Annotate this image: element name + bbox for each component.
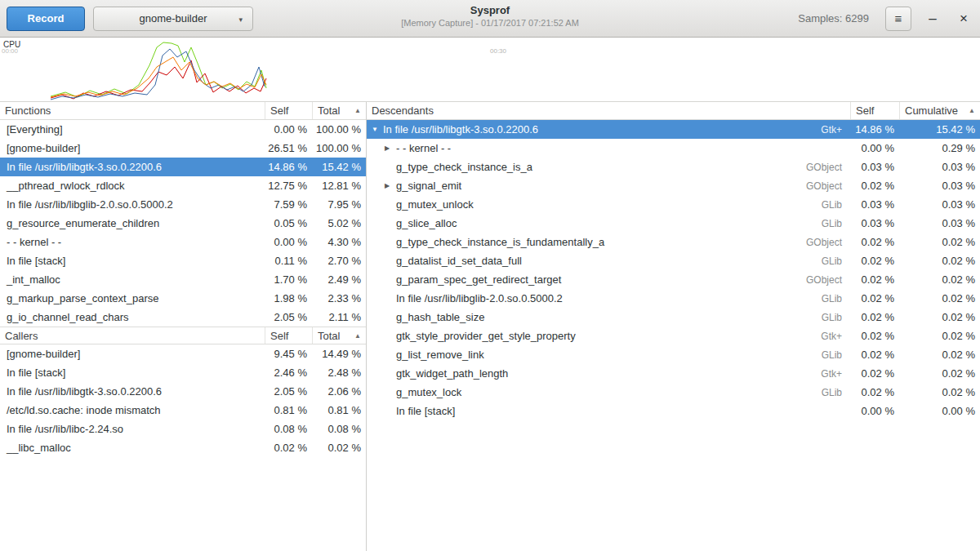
total-percent: 0.02 % — [899, 349, 980, 361]
minimize-button[interactable]: – — [923, 9, 942, 29]
table-row[interactable]: /etc/ld.so.cache: inode mismatch0.81 %0.… — [0, 401, 366, 420]
table-row[interactable]: - - kernel - -0.00 %4.30 % — [0, 233, 366, 251]
table-row[interactable]: g_type_check_instance_is_aGObject0.03 %0… — [367, 158, 980, 176]
table-row[interactable]: g_type_check_instance_is_fundamentally_a… — [367, 233, 980, 251]
self-percent: 0.02 % — [265, 442, 312, 454]
self-percent: 12.75 % — [265, 180, 312, 192]
table-row[interactable]: g_mutex_lockGLib0.02 %0.02 % — [367, 383, 980, 402]
row-label: __pthread_rwlock_rdlock — [7, 180, 125, 192]
total-column-header[interactable]: Total ▲ — [312, 102, 366, 119]
self-column-header[interactable]: Self — [265, 102, 312, 119]
table-row[interactable]: [Everything]0.00 %100.00 % — [0, 120, 366, 139]
row-label: g_io_channel_read_chars — [7, 311, 129, 323]
table-row[interactable]: ▶- - kernel - -0.00 %0.29 % — [367, 139, 980, 158]
table-row[interactable]: __pthread_rwlock_rdlock12.75 %12.81 % — [0, 176, 366, 195]
total-percent: 100.00 % — [312, 123, 366, 136]
row-name-cell: [Everything] — [0, 123, 265, 136]
functions-rows: [Everything]0.00 %100.00 %[gnome-builder… — [0, 120, 366, 327]
row-label: g_datalist_id_set_data_full — [396, 255, 522, 267]
row-name-cell: In file [stack] — [0, 367, 265, 379]
total-percent: 2.06 % — [312, 385, 366, 398]
table-row[interactable]: ▼In file /usr/lib/libgtk-3.so.0.2200.6Gt… — [367, 120, 980, 139]
self-column-header[interactable]: Self — [265, 327, 312, 344]
table-row[interactable]: In file /usr/lib/libglib-2.0.so.0.5000.2… — [367, 289, 980, 308]
table-row[interactable]: gtk_widget_path_lengthGtk+0.02 %0.02 % — [367, 364, 980, 383]
menu-button[interactable]: ≡ — [885, 7, 911, 31]
table-row[interactable]: [gnome-builder]9.45 %14.49 % — [0, 344, 366, 363]
library-badge: GObject — [806, 274, 850, 286]
process-selector-dropdown[interactable]: gnome-builder ▾ — [93, 7, 253, 31]
total-percent: 0.29 % — [899, 142, 980, 154]
row-name-cell: g_type_check_instance_is_aGObject — [367, 161, 850, 173]
self-column-header[interactable]: Self — [850, 102, 899, 119]
table-row[interactable]: g_slice_allocGLib0.03 %0.03 % — [367, 214, 980, 233]
table-row[interactable]: __libc_malloc0.02 %0.02 % — [0, 438, 366, 457]
total-percent: 0.02 % — [899, 367, 980, 380]
self-percent: 0.03 % — [850, 161, 899, 173]
total-percent: 0.08 % — [312, 423, 366, 435]
library-badge: Gtk+ — [821, 368, 850, 380]
row-label: In file [stack] — [396, 405, 455, 417]
total-percent: 15.42 % — [312, 161, 366, 173]
table-row[interactable]: In file [stack]0.11 %2.70 % — [0, 251, 366, 270]
total-percent: 2.70 % — [312, 255, 366, 267]
row-label: In file /usr/lib/libglib-2.0.so.0.5000.2 — [396, 292, 563, 304]
library-badge: GLib — [822, 218, 850, 229]
table-row[interactable]: In file /usr/lib/libgtk-3.so.0.2200.614.… — [0, 158, 366, 176]
self-percent: 2.05 % — [265, 385, 312, 398]
table-row[interactable]: g_param_spec_get_redirect_targetGObject0… — [367, 270, 980, 289]
record-button[interactable]: Record — [7, 7, 85, 31]
table-row[interactable]: In file /usr/lib/libglib-2.0.so.0.5000.2… — [0, 195, 366, 214]
row-name-cell: __libc_malloc — [0, 442, 265, 454]
table-row[interactable]: In file /usr/lib/libgtk-3.so.0.2200.62.0… — [0, 382, 366, 401]
table-row[interactable]: g_resource_enumerate_children0.05 %5.02 … — [0, 214, 366, 233]
total-column-header[interactable]: Total ▲ — [312, 327, 366, 344]
table-row[interactable]: g_hash_table_sizeGLib0.02 %0.02 % — [367, 308, 980, 327]
row-label: g_markup_parse_context_parse — [7, 292, 158, 304]
total-percent: 0.02 % — [899, 292, 980, 304]
row-label: __libc_malloc — [7, 442, 71, 454]
table-row[interactable]: g_io_channel_read_chars2.05 %2.11 % — [0, 308, 366, 327]
table-row[interactable]: gtk_style_provider_get_style_propertyGtk… — [367, 327, 980, 345]
total-percent: 0.02 % — [899, 236, 980, 248]
table-row[interactable]: g_mutex_unlockGLib0.03 %0.03 % — [367, 195, 980, 214]
callers-column-header[interactable]: Callers — [0, 327, 265, 344]
table-row[interactable]: g_datalist_id_set_data_fullGLib0.02 %0.0… — [367, 251, 980, 270]
table-row[interactable]: g_markup_parse_context_parse1.98 %2.33 % — [0, 289, 366, 308]
expander-closed-icon[interactable]: ▶ — [385, 182, 396, 189]
row-name-cell: [gnome-builder] — [0, 142, 265, 154]
expander-open-icon[interactable]: ▼ — [372, 126, 383, 133]
row-name-cell: g_resource_enumerate_children — [0, 217, 265, 229]
expander-closed-icon[interactable]: ▶ — [385, 144, 396, 152]
descendants-column-header[interactable]: Descendants — [367, 102, 850, 119]
total-percent: 0.03 % — [899, 180, 980, 192]
self-percent: 0.02 % — [850, 292, 899, 304]
table-row[interactable]: In file [stack]0.00 %0.00 % — [367, 402, 980, 420]
self-percent: 14.86 % — [265, 161, 312, 173]
total-percent: 0.02 % — [899, 273, 980, 286]
table-row[interactable]: ▶g_signal_emitGObject0.02 %0.03 % — [367, 176, 980, 195]
row-label: g_param_spec_get_redirect_target — [396, 273, 561, 286]
callers-table: Callers Self Total ▲ [gnome-builder]9.45… — [0, 327, 366, 457]
chevron-down-icon: ▾ — [238, 16, 243, 24]
table-row[interactable]: In file [stack]2.46 %2.48 % — [0, 363, 366, 382]
descendants-rows: ▼In file /usr/lib/libgtk-3.so.0.2200.6Gt… — [367, 120, 980, 420]
row-name-cell: /etc/ld.so.cache: inode mismatch — [0, 404, 265, 416]
row-name-cell: g_hash_table_sizeGLib — [367, 311, 850, 323]
row-name-cell: g_mutex_lockGLib — [367, 386, 850, 398]
library-badge: GObject — [806, 180, 850, 192]
row-name-cell: g_mutex_unlockGLib — [367, 198, 850, 211]
cumulative-column-header[interactable]: Cumulative ▲ — [899, 102, 980, 119]
row-name-cell: In file /usr/lib/libgtk-3.so.0.2200.6 — [0, 161, 265, 173]
row-label: /etc/ld.so.cache: inode mismatch — [7, 404, 161, 416]
functions-column-header[interactable]: Functions — [0, 102, 265, 119]
library-badge: GLib — [822, 293, 850, 304]
close-button[interactable]: × — [954, 9, 973, 29]
table-row[interactable]: g_list_remove_linkGLib0.02 %0.02 % — [367, 345, 980, 364]
row-label: In file /usr/lib/libglib-2.0.so.0.5000.2 — [7, 198, 173, 211]
table-row[interactable]: [gnome-builder]26.51 %100.00 % — [0, 139, 366, 158]
library-badge: GLib — [822, 256, 850, 267]
table-row[interactable]: In file /usr/lib/libc-2.24.so0.08 %0.08 … — [0, 420, 366, 438]
table-row[interactable]: _int_malloc1.70 %2.49 % — [0, 270, 366, 289]
cpu-timeline[interactable]: CPU 00:00 00:30 — [0, 38, 980, 102]
